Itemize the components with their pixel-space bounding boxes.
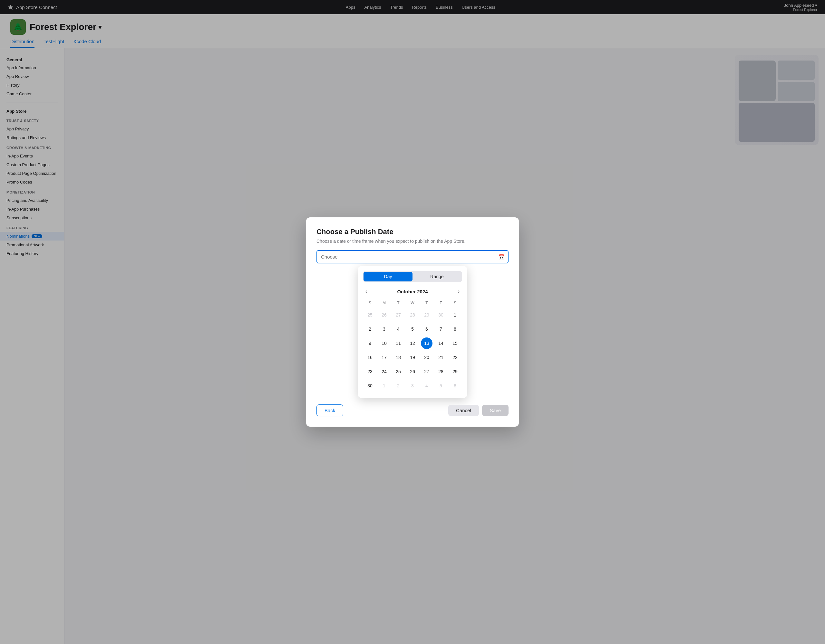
calendar-day-26[interactable]: 26 xyxy=(379,309,390,321)
calendar-day-12[interactable]: 12 xyxy=(407,337,418,349)
calendar-day-20[interactable]: 20 xyxy=(421,351,433,363)
calendar-day[interactable]: 6 xyxy=(420,322,434,336)
calendar-day[interactable]: 21 xyxy=(434,350,448,365)
calendar-day-24[interactable]: 24 xyxy=(379,366,390,377)
calendar-week-row: 2345678 xyxy=(363,322,462,336)
calendar-day[interactable]: 25 xyxy=(363,308,377,322)
calendar-day-5[interactable]: 5 xyxy=(407,323,418,335)
publish-date-modal: Choose a Publish Date Choose a date or t… xyxy=(306,217,519,427)
calendar-day-4[interactable]: 4 xyxy=(392,323,404,335)
calendar-day[interactable]: 8 xyxy=(448,322,462,336)
calendar-day-9[interactable]: 9 xyxy=(364,337,376,349)
calendar-day[interactable]: 4 xyxy=(420,379,434,393)
calendar-day-17[interactable]: 17 xyxy=(379,351,390,363)
calendar-day-30[interactable]: 30 xyxy=(435,309,446,321)
calendar-day-3[interactable]: 3 xyxy=(379,323,390,335)
calendar-day[interactable]: 2 xyxy=(391,379,405,393)
calendar-week-row: 9101112131415 xyxy=(363,336,462,350)
calendar-day-16[interactable]: 16 xyxy=(364,351,376,363)
calendar-day-19[interactable]: 19 xyxy=(407,351,418,363)
calendar-day-1[interactable]: 1 xyxy=(449,309,461,321)
calendar-day[interactable]: 30 xyxy=(434,308,448,322)
calendar-day[interactable]: 12 xyxy=(405,336,420,350)
calendar-day-2[interactable]: 2 xyxy=(364,323,376,335)
toggle-range-button[interactable]: Range xyxy=(412,272,462,282)
calendar-day[interactable]: 11 xyxy=(391,336,405,350)
calendar-day[interactable]: 6 xyxy=(448,379,462,393)
calendar-day[interactable]: 14 xyxy=(434,336,448,350)
calendar-day-27[interactable]: 27 xyxy=(421,366,433,377)
calendar-day-13[interactable]: 13 xyxy=(421,337,433,349)
calendar-day[interactable]: 22 xyxy=(448,350,462,365)
day-header-mon: M xyxy=(377,299,391,308)
calendar-day-6[interactable]: 6 xyxy=(421,323,433,335)
calendar-day[interactable]: 28 xyxy=(405,308,420,322)
calendar-day[interactable]: 23 xyxy=(363,365,377,379)
day-header-sun: S xyxy=(363,299,377,308)
calendar-day-6[interactable]: 6 xyxy=(449,380,461,391)
calendar-day-25[interactable]: 25 xyxy=(392,366,404,377)
calendar-day-28[interactable]: 28 xyxy=(435,366,446,377)
calendar-day-26[interactable]: 26 xyxy=(407,366,418,377)
date-input[interactable] xyxy=(317,250,508,263)
calendar-day[interactable]: 3 xyxy=(405,379,420,393)
cancel-button[interactable]: Cancel xyxy=(448,405,479,416)
calendar-day-7[interactable]: 7 xyxy=(435,323,446,335)
calendar-week-row: 23242526272829 xyxy=(363,365,462,379)
calendar-day[interactable]: 30 xyxy=(363,379,377,393)
calendar-day[interactable]: 20 xyxy=(420,350,434,365)
calendar-day[interactable]: 16 xyxy=(363,350,377,365)
calendar-day-22[interactable]: 22 xyxy=(449,351,461,363)
calendar-day[interactable]: 27 xyxy=(420,365,434,379)
calendar-day[interactable]: 29 xyxy=(448,365,462,379)
calendar-day[interactable]: 5 xyxy=(405,322,420,336)
back-button[interactable]: Back xyxy=(317,404,343,416)
calendar-day-21[interactable]: 21 xyxy=(435,351,446,363)
calendar-day[interactable]: 2 xyxy=(363,322,377,336)
calendar-day[interactable]: 1 xyxy=(448,308,462,322)
calendar-day-14[interactable]: 14 xyxy=(435,337,446,349)
calendar-day-25[interactable]: 25 xyxy=(364,309,376,321)
calendar-day[interactable]: 5 xyxy=(434,379,448,393)
calendar-day-8[interactable]: 8 xyxy=(449,323,461,335)
prev-month-button[interactable]: ‹ xyxy=(363,287,370,296)
modal-backdrop[interactable]: Choose a Publish Date Choose a date or t… xyxy=(0,0,825,644)
calendar-day[interactable]: 4 xyxy=(391,322,405,336)
calendar-day[interactable]: 1 xyxy=(377,379,391,393)
calendar-day-3[interactable]: 3 xyxy=(407,380,418,391)
calendar-day[interactable]: 25 xyxy=(391,365,405,379)
calendar-day[interactable]: 9 xyxy=(363,336,377,350)
toggle-day-button[interactable]: Day xyxy=(363,272,412,282)
calendar-day-23[interactable]: 23 xyxy=(364,366,376,377)
calendar-day[interactable]: 26 xyxy=(405,365,420,379)
calendar-day-27[interactable]: 27 xyxy=(392,309,404,321)
next-month-button[interactable]: › xyxy=(455,287,462,296)
calendar-day-28[interactable]: 28 xyxy=(407,309,418,321)
calendar-day[interactable]: 27 xyxy=(391,308,405,322)
calendar-day[interactable]: 18 xyxy=(391,350,405,365)
calendar-day-29[interactable]: 29 xyxy=(421,309,433,321)
calendar-day[interactable]: 13 xyxy=(420,336,434,350)
calendar-day[interactable]: 7 xyxy=(434,322,448,336)
calendar-day[interactable]: 17 xyxy=(377,350,391,365)
calendar-day-11[interactable]: 11 xyxy=(392,337,404,349)
calendar-day[interactable]: 26 xyxy=(377,308,391,322)
calendar-week-row: 30123456 xyxy=(363,379,462,393)
calendar-day[interactable]: 15 xyxy=(448,336,462,350)
calendar-day[interactable]: 3 xyxy=(377,322,391,336)
calendar-day[interactable]: 24 xyxy=(377,365,391,379)
calendar-day[interactable]: 28 xyxy=(434,365,448,379)
calendar-day[interactable]: 19 xyxy=(405,350,420,365)
calendar-day-18[interactable]: 18 xyxy=(392,351,404,363)
calendar-day-5[interactable]: 5 xyxy=(435,380,446,391)
calendar-day-2[interactable]: 2 xyxy=(392,380,404,391)
calendar-day-4[interactable]: 4 xyxy=(421,380,433,391)
calendar-day-15[interactable]: 15 xyxy=(449,337,461,349)
calendar-day-10[interactable]: 10 xyxy=(379,337,390,349)
calendar-day-1[interactable]: 1 xyxy=(379,380,390,391)
day-header-tue: T xyxy=(391,299,405,308)
calendar-day-29[interactable]: 29 xyxy=(449,366,461,377)
calendar-day[interactable]: 29 xyxy=(420,308,434,322)
calendar-day-30[interactable]: 30 xyxy=(364,380,376,391)
calendar-day[interactable]: 10 xyxy=(377,336,391,350)
